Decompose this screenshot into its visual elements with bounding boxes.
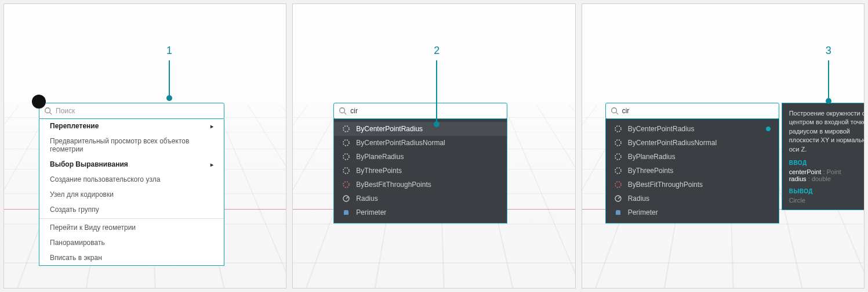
menu-label: Переплетение — [50, 122, 99, 130]
search-icon — [339, 107, 347, 115]
circle-dashed-red-icon — [342, 181, 350, 189]
circle-dashed-icon — [614, 167, 622, 175]
svg-point-6 — [343, 154, 349, 160]
panel-2: 2 ByCenterPointRadius ByCenter — [292, 3, 575, 289]
result-label: ByCenterPointRadiusNormal — [628, 139, 717, 147]
perimeter-icon — [614, 208, 622, 217]
menu-label: Предварительный просмотр всех объектов г… — [50, 137, 213, 153]
result-label: Radius — [356, 194, 377, 203]
svg-point-5 — [343, 140, 349, 146]
result-item[interactable]: ByCenterPointRadiusNormal — [606, 136, 779, 150]
svg-point-13 — [615, 126, 621, 132]
result-label: ByCenterPointRadius — [356, 125, 423, 133]
circle-dashed-icon — [614, 125, 622, 133]
callout-number: 3 — [826, 45, 831, 57]
menu-label: Перейти к Виду геометрии — [50, 223, 136, 232]
svg-point-11 — [611, 108, 616, 113]
search-bar[interactable] — [39, 103, 224, 119]
param-name: radius — [789, 175, 807, 182]
search-input[interactable] — [350, 107, 502, 115]
result-item[interactable]: Radius — [334, 192, 507, 206]
svg-point-2 — [340, 108, 345, 113]
menu-item-alignment[interactable]: Выбор Выравнивания ▸ — [39, 157, 224, 172]
svg-point-8 — [343, 182, 349, 188]
callout-1: 1 — [166, 45, 172, 101]
tooltip-input-row: centerPoint : Point — [789, 168, 865, 175]
svg-point-7 — [343, 168, 349, 174]
result-item[interactable]: ByBestFitThroughPoints — [334, 178, 507, 192]
svg-line-3 — [344, 113, 347, 115]
cursor-dot — [32, 95, 46, 109]
svg-point-15 — [615, 154, 621, 160]
result-item[interactable]: Perimeter — [606, 206, 779, 219]
circle-dashed-icon — [342, 125, 350, 133]
search-input[interactable] — [622, 107, 774, 115]
svg-line-1 — [50, 113, 52, 115]
result-item[interactable]: Radius — [606, 192, 779, 206]
result-item[interactable]: ByPlaneRadius — [606, 150, 779, 164]
menu-separator — [39, 218, 224, 219]
callout-2: 2 — [434, 45, 440, 127]
svg-point-14 — [615, 140, 621, 146]
result-label: ByPlaneRadius — [356, 153, 404, 161]
search-bar[interactable] — [333, 103, 507, 119]
menu-item-lacing[interactable]: Переплетение ▸ — [39, 118, 224, 134]
panel-3: 3 ByCenterPointRadius — [582, 3, 865, 289]
menu-item-fit[interactable]: Вписать в экран — [39, 250, 224, 265]
result-item[interactable]: ByPlaneRadius — [334, 150, 507, 164]
svg-line-10 — [346, 197, 348, 199]
perimeter-icon — [342, 208, 350, 217]
menu-item-custom-node[interactable]: Создание пользовательского узла — [39, 172, 224, 187]
circle-dashed-icon — [342, 153, 350, 161]
result-label: ByBestFitThroughPoints — [628, 181, 703, 189]
result-label: Radius — [628, 194, 649, 203]
callout-3: 3 — [826, 45, 831, 104]
menu-item-preview[interactable]: Предварительный просмотр всех объектов г… — [39, 134, 224, 157]
result-label: ByCenterPointRadius — [628, 125, 695, 133]
search-results: ByCenterPointRadius ByCenterPointRadiusN… — [605, 118, 779, 223]
svg-point-17 — [615, 182, 621, 188]
menu-label: Вписать в экран — [50, 254, 102, 262]
context-menu: Переплетение ▸ Предварительный просмотр … — [39, 118, 224, 266]
radius-icon — [342, 194, 350, 203]
search-input[interactable] — [56, 107, 219, 115]
circle-dashed-red-icon — [614, 181, 622, 189]
tooltip-input-header: ВВОД — [789, 160, 865, 166]
param-name: centerPoint — [789, 168, 822, 175]
svg-point-16 — [615, 168, 621, 174]
callout-number: 2 — [434, 45, 440, 57]
result-item[interactable]: ByCenterPointRadius — [606, 122, 779, 136]
result-label: Perimeter — [628, 208, 658, 217]
result-label: ByPlaneRadius — [628, 153, 675, 161]
result-item[interactable]: Perimeter — [334, 206, 507, 219]
tooltip-description: Построение окружности с центром во входн… — [789, 109, 865, 154]
menu-label: Узел для кодировки — [50, 190, 114, 199]
callout-number: 1 — [166, 45, 172, 57]
menu-item-geometry-view[interactable]: Перейти к Виду геометрии — [39, 220, 224, 235]
result-item[interactable]: ByThreePoints — [334, 164, 507, 178]
svg-point-0 — [45, 108, 50, 113]
search-bar[interactable] — [605, 103, 779, 119]
result-label: ByCenterPointRadiusNormal — [356, 139, 445, 147]
svg-point-4 — [343, 126, 349, 132]
search-icon — [611, 107, 619, 115]
chevron-right-icon: ▸ — [210, 161, 213, 168]
menu-label: Выбор Выравнивания — [50, 160, 128, 168]
menu-item-pan[interactable]: Панорамировать — [39, 235, 224, 250]
tooltip-pin-dot — [766, 127, 771, 131]
circle-dashed-icon — [614, 139, 622, 147]
menu-item-code-node[interactable]: Узел для кодировки — [39, 187, 224, 202]
result-item[interactable]: ByThreePoints — [606, 164, 779, 178]
menu-item-create-group[interactable]: Создать группу — [39, 202, 224, 217]
tooltip-output: Circle — [789, 197, 865, 204]
result-item[interactable]: ByCenterPointRadius — [334, 122, 507, 136]
result-item[interactable]: ByBestFitThroughPoints — [606, 178, 779, 192]
circle-dashed-icon — [614, 153, 622, 161]
result-item[interactable]: ByCenterPointRadiusNormal — [334, 136, 507, 150]
circle-dashed-icon — [342, 167, 350, 175]
search-results: ByCenterPointRadius ByCenterPointRadiusN… — [333, 118, 507, 223]
result-label: ByThreePoints — [356, 167, 402, 175]
menu-label: Создание пользовательского узла — [50, 175, 160, 183]
chevron-right-icon: ▸ — [210, 123, 213, 129]
tooltip-input-row: radius : double — [789, 175, 865, 182]
